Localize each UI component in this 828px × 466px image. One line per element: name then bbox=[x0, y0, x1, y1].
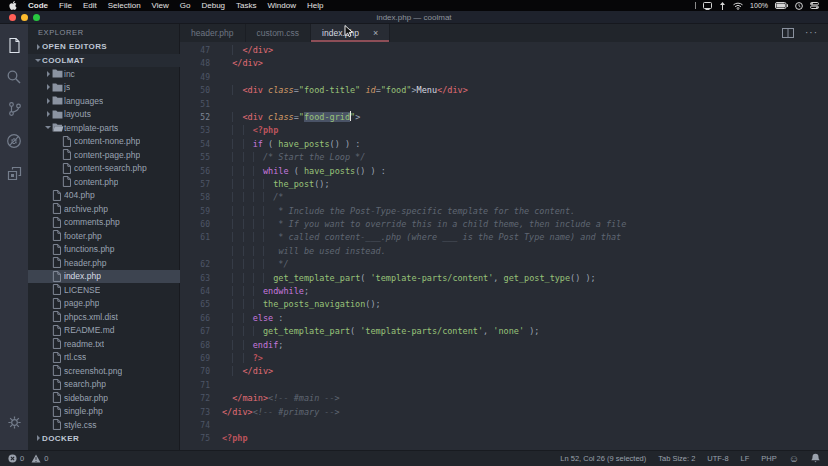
line-number[interactable]: 70 bbox=[180, 365, 210, 378]
code-line[interactable]: 59 * Include the Post-Type-specific temp… bbox=[180, 205, 828, 218]
tree-item-style-css[interactable]: style.css bbox=[28, 418, 180, 432]
search-icon[interactable] bbox=[0, 61, 28, 93]
tree-item-single-php[interactable]: single.php bbox=[28, 405, 180, 419]
line-number[interactable]: 63 bbox=[180, 272, 210, 285]
code-line[interactable]: 51 bbox=[180, 98, 828, 111]
line-number[interactable]: 71 bbox=[180, 379, 210, 392]
line-number[interactable]: 50 bbox=[180, 84, 210, 97]
code-line[interactable]: 49 bbox=[180, 71, 828, 84]
notifications-bell-icon[interactable] bbox=[811, 453, 820, 465]
shortcuts-icon[interactable] bbox=[719, 2, 726, 10]
battery-icon[interactable] bbox=[775, 2, 788, 9]
more-actions-icon[interactable]: ··· bbox=[805, 28, 818, 38]
line-number[interactable]: 60 bbox=[180, 218, 210, 231]
line-number[interactable]: 54 bbox=[180, 138, 210, 151]
menu-item-tasks[interactable]: Tasks bbox=[236, 0, 256, 11]
menu-item-selection[interactable]: Selection bbox=[108, 0, 141, 11]
screen-mirroring-icon[interactable] bbox=[703, 2, 712, 10]
code-line[interactable]: 54 if ( have_posts() ) : bbox=[180, 138, 828, 151]
tree-item-license[interactable]: LICENSE bbox=[28, 283, 180, 297]
menu-item-window[interactable]: Window bbox=[268, 0, 296, 11]
line-number[interactable]: 52 bbox=[180, 111, 210, 124]
menu-item-help[interactable]: Help bbox=[307, 0, 323, 11]
code-line[interactable]: 73</div><!-- #primary --> bbox=[180, 406, 828, 419]
tree-item-404-php[interactable]: 404.php bbox=[28, 189, 180, 203]
code-line[interactable]: 68 endif; bbox=[180, 339, 828, 352]
tree-item-open-editors[interactable]: OPEN EDITORS bbox=[28, 40, 180, 54]
debug-icon[interactable] bbox=[0, 125, 28, 157]
close-tab-icon[interactable]: × bbox=[373, 29, 378, 38]
tab-index.php[interactable]: index.php× bbox=[311, 24, 390, 42]
tree-item-footer-php[interactable]: footer.php bbox=[28, 229, 180, 243]
line-number[interactable]: 69 bbox=[180, 352, 210, 365]
code-line[interactable]: 58 /* bbox=[180, 191, 828, 204]
tree-item-page-php[interactable]: page.php bbox=[28, 297, 180, 311]
tree-item-header-php[interactable]: header.php bbox=[28, 256, 180, 270]
code-line[interactable]: 47 </div> bbox=[180, 44, 828, 57]
tree-item-coolmat[interactable]: COOLMAT bbox=[28, 54, 180, 68]
line-number[interactable]: 75 bbox=[180, 432, 210, 445]
code-line[interactable]: 53 <?php bbox=[180, 124, 828, 137]
menu-item-go[interactable]: Go bbox=[180, 0, 191, 11]
line-number[interactable]: 72 bbox=[180, 392, 210, 405]
clock-icon[interactable] bbox=[795, 2, 803, 10]
code-line[interactable]: 74 bbox=[180, 419, 828, 432]
menu-item-debug[interactable]: Debug bbox=[201, 0, 225, 11]
code-line[interactable]: 67 get_template_part( 'template-parts/co… bbox=[180, 325, 828, 338]
code-line[interactable]: 61 * called content-___.php (where ___ i… bbox=[180, 231, 828, 244]
tree-item-js[interactable]: js bbox=[28, 81, 180, 95]
tree-item-content-page-php[interactable]: content-page.php bbox=[28, 148, 180, 162]
tree-item-languages[interactable]: languages bbox=[28, 94, 180, 108]
code-line[interactable]: 75<?php bbox=[180, 432, 828, 445]
encoding[interactable]: UTF-8 bbox=[707, 454, 728, 463]
tree-item-layouts[interactable]: layouts bbox=[28, 108, 180, 122]
tab-header.php[interactable]: header.php bbox=[180, 24, 246, 42]
split-editor-icon[interactable] bbox=[782, 24, 794, 42]
eol-setting[interactable]: LF bbox=[741, 454, 750, 463]
code-line[interactable]: 60 * If you want to override this in a c… bbox=[180, 218, 828, 231]
menu-item-file[interactable]: File bbox=[59, 0, 72, 11]
tree-item-screenshot-png[interactable]: screenshot.png bbox=[28, 364, 180, 378]
code-line[interactable]: 63 get_template_part( 'template-parts/co… bbox=[180, 272, 828, 285]
line-number[interactable]: 51 bbox=[180, 98, 210, 111]
tree-item-rtl-css[interactable]: rtl.css bbox=[28, 351, 180, 365]
code-area[interactable]: 47 </div>48 </div>4950 <div class="food-… bbox=[180, 42, 828, 450]
line-number[interactable]: 62 bbox=[180, 258, 210, 271]
menu-item-code[interactable]: Code bbox=[28, 0, 48, 11]
line-number[interactable]: 68 bbox=[180, 339, 210, 352]
tree-item-comments-php[interactable]: comments.php bbox=[28, 216, 180, 230]
tree-item-search-php[interactable]: search.php bbox=[28, 378, 180, 392]
tab-custom.css[interactable]: custom.css bbox=[246, 24, 312, 42]
indentation-setting[interactable]: Tab Size: 2 bbox=[658, 454, 695, 463]
line-number[interactable]: 49 bbox=[180, 71, 210, 84]
feedback-smiley-icon[interactable]: ☺ bbox=[789, 454, 799, 464]
code-line[interactable]: 66 else : bbox=[180, 312, 828, 325]
tree-item-functions-php[interactable]: functions.php bbox=[28, 243, 180, 257]
line-number[interactable]: 55 bbox=[180, 151, 210, 164]
line-number[interactable]: 66 bbox=[180, 312, 210, 325]
source-control-icon[interactable] bbox=[0, 93, 28, 125]
code-line[interactable]: 56 while ( have_posts() ) : bbox=[180, 165, 828, 178]
line-number[interactable]: 61 bbox=[180, 231, 210, 244]
menu-item-view[interactable]: View bbox=[152, 0, 169, 11]
menu-item-edit[interactable]: Edit bbox=[83, 0, 97, 11]
code-line[interactable]: 70 </div> bbox=[180, 365, 828, 378]
wifi-icon[interactable] bbox=[733, 2, 743, 10]
line-number[interactable]: 53 bbox=[180, 124, 210, 137]
line-number[interactable]: 64 bbox=[180, 285, 210, 298]
settings-gear-icon[interactable] bbox=[0, 406, 28, 438]
tree-item-readme-txt[interactable]: readme.txt bbox=[28, 337, 180, 351]
tree-item-readme-md[interactable]: README.md bbox=[28, 324, 180, 338]
problems-indicator[interactable]: 0 0 bbox=[8, 454, 48, 463]
tree-item-template-parts[interactable]: template-parts bbox=[28, 121, 180, 135]
extensions-icon[interactable] bbox=[0, 157, 28, 189]
line-number[interactable]: 59 bbox=[180, 205, 210, 218]
tree-item-archive-php[interactable]: archive.php bbox=[28, 202, 180, 216]
line-number[interactable]: 67 bbox=[180, 325, 210, 338]
code-line[interactable]: 65 the_posts_navigation(); bbox=[180, 298, 828, 311]
code-line[interactable]: 64 endwhile; bbox=[180, 285, 828, 298]
code-line[interactable]: 72 </main><!-- #main --> bbox=[180, 392, 828, 405]
line-number[interactable]: 74 bbox=[180, 419, 210, 432]
code-line[interactable]: 52 <div class="food-grid"> bbox=[180, 111, 828, 124]
code-line[interactable]: 62 */ bbox=[180, 258, 828, 271]
